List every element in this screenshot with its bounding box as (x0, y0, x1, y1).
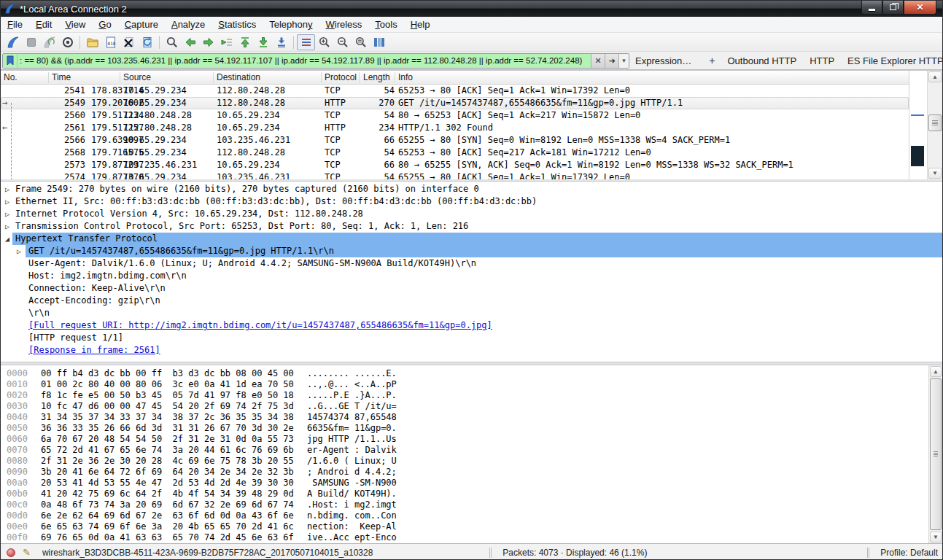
menu-tools[interactable]: Tools (368, 18, 403, 31)
hex-row-0010[interactable]: 001001 00 2c 80 40 00 80 06 3c e0 0a 41 … (1, 379, 942, 390)
filter-shortcut-outbound-http[interactable]: Outbound HTTP (721, 55, 804, 66)
capture-options-icon[interactable] (58, 34, 77, 50)
detail-row-10[interactable]: \r\n (1, 307, 942, 319)
column-header-source[interactable]: Source (123, 72, 151, 82)
hex-row-0070[interactable]: 007065 72 2d 41 67 65 6e 74 3a 20 44 61 … (1, 445, 942, 456)
find-packet-icon[interactable] (163, 34, 181, 50)
restore-button[interactable] (882, 1, 904, 15)
hex-row-00e0[interactable]: 00e06e 65 63 74 69 6f 6e 3a 20 4b 65 65 … (1, 521, 942, 532)
detail-row-4[interactable]: ◢Hypertext Transfer Protocol (1, 233, 942, 245)
menu-go[interactable]: Go (92, 18, 117, 31)
column-header-protocol[interactable]: Protocol (325, 72, 357, 82)
filter-clear-icon[interactable]: ✕ (591, 53, 605, 69)
expert-info-icon[interactable] (7, 548, 15, 557)
go-back-icon[interactable] (181, 34, 199, 50)
expand-icon[interactable]: ▷ (5, 208, 9, 220)
go-forward-icon[interactable] (199, 34, 217, 50)
zoom-in-icon[interactable] (315, 34, 333, 50)
menu-view[interactable]: View (58, 18, 92, 31)
menu-statistics[interactable]: Statistics (212, 18, 263, 31)
save-file-icon[interactable]: 010 (101, 34, 120, 50)
hex-row-0020[interactable]: 0020f8 1c fe e5 00 50 b3 45 05 7d 41 97 … (1, 390, 942, 401)
detail-row-1[interactable]: ▷Ethernet II, Src: 00:ff:b3:d3:dc:bb (00… (1, 195, 942, 208)
packet-row-2574[interactable]: 2574179.87737010.65.29.234103.235.46.231… (1, 171, 909, 179)
hex-row-00d0[interactable]: 00d06e 2e 62 64 69 6d 67 2e 63 6f 6d 0d … (1, 510, 942, 521)
expression-button[interactable]: Expression… (635, 55, 691, 66)
scroll-down-icon[interactable]: ▼ (928, 168, 942, 179)
column-separator[interactable] (395, 72, 395, 83)
expand-icon[interactable]: ▷ (5, 183, 9, 195)
bytes-scrollbar[interactable]: ▲ ▼ (928, 365, 942, 543)
detail-row-0[interactable]: ▷Frame 2549: 270 bytes on wire (2160 bit… (1, 183, 942, 195)
detail-row-11[interactable]: [Full request URI: http://img2.imgtn.bdi… (1, 319, 942, 332)
filter-history-dropdown-icon[interactable]: ▼ (618, 53, 629, 69)
column-separator[interactable] (213, 72, 214, 83)
hex-row-0030[interactable]: 003010 fc 47 d6 00 00 47 45 54 20 2f 69 … (1, 401, 942, 412)
column-header-length[interactable]: Length (363, 72, 390, 82)
zoom-out-icon[interactable] (333, 34, 352, 50)
bytes-scroll-up-icon[interactable]: ▲ (930, 366, 942, 377)
packet-row-2573[interactable]: 2573179.877297103.235.46.23110.65.29.234… (1, 159, 909, 171)
hex-row-0090[interactable]: 00903b 20 41 6e 64 72 6f 69 64 20 34 2e … (1, 467, 942, 478)
detail-link[interactable]: [Full request URI: http://img2.imgtn.bdi… (28, 319, 492, 332)
menu-edit[interactable]: Edit (29, 18, 58, 31)
menu-help[interactable]: Help (404, 18, 437, 31)
hex-row-0040[interactable]: 004031 34 35 37 34 33 37 34 38 37 2c 36 … (1, 412, 942, 423)
detail-row-12[interactable]: [HTTP request 1/1] (1, 332, 942, 344)
filter-add-button[interactable]: + (703, 55, 721, 66)
auto-scroll-icon[interactable] (272, 34, 290, 50)
detail-row-2[interactable]: ▷Internet Protocol Version 4, Src: 10.65… (1, 208, 942, 220)
menu-wireless[interactable]: Wireless (319, 18, 369, 31)
minimize-button[interactable] (861, 1, 882, 15)
menu-telephony[interactable]: Telephony (263, 18, 319, 31)
capture-comment-icon[interactable]: ✎ (23, 547, 31, 558)
packet-row-2568[interactable]: 2568179.71657510.65.29.234112.80.248.28T… (1, 147, 909, 159)
expand-icon[interactable]: ▷ (17, 245, 21, 257)
hex-row-00a0[interactable]: 00a020 53 41 4d 53 55 4e 47 2d 53 4d 2d … (1, 478, 942, 489)
packet-row-2541[interactable]: 2541178.83771410.65.29.234112.80.248.28T… (1, 85, 909, 97)
expand-icon[interactable]: ▷ (5, 195, 9, 208)
restart-capture-icon[interactable] (40, 34, 58, 50)
column-separator[interactable] (321, 72, 322, 83)
close-button[interactable]: ✕ (904, 1, 936, 15)
stop-capture-icon[interactable] (22, 34, 40, 50)
bytes-scroll-thumb[interactable] (930, 378, 942, 530)
packet-row-2560[interactable]: 2560179.517234112.80.248.2810.65.29.234T… (1, 109, 909, 122)
hex-row-00f0[interactable]: 00f069 76 65 0d 0a 41 63 63 65 70 74 2d … (1, 532, 942, 543)
column-header-time[interactable]: Time (52, 72, 71, 82)
scroll-up-icon[interactable]: ▲ (928, 71, 942, 82)
packet-list-scrollbar[interactable]: ▲ ▼ (927, 71, 942, 179)
detail-row-9[interactable]: Accept-Encoding: gzip\r\n (1, 295, 942, 307)
zoom-original-icon[interactable] (352, 34, 370, 50)
titlebar[interactable]: *Local Area Connection 2 ✕ (1, 1, 942, 17)
hex-row-0050[interactable]: 005036 36 33 35 26 66 6d 3d 31 31 26 67 … (1, 423, 942, 434)
bytes-scroll-down-icon[interactable]: ▼ (930, 532, 942, 542)
collapse-icon[interactable]: ◢ (5, 233, 9, 245)
detail-row-7[interactable]: Host: img2.imgtn.bdimg.com\r\n (1, 270, 942, 282)
hex-row-0000[interactable]: 000000 ff b4 d3 dc bb 00 ff b3 d3 dc bb … (1, 368, 942, 379)
go-to-packet-icon[interactable] (217, 34, 236, 50)
hex-row-0060[interactable]: 00606a 70 67 20 48 54 54 50 2f 31 2e 31 … (1, 434, 942, 445)
column-separator[interactable] (359, 72, 360, 83)
hex-row-0080[interactable]: 00802f 31 2e 36 2e 30 20 28 4c 69 6e 75 … (1, 456, 942, 467)
go-last-icon[interactable] (254, 34, 272, 50)
menu-capture[interactable]: Capture (118, 18, 165, 31)
hex-row-00b0[interactable]: 00b041 20 42 75 69 6c 64 2f 4b 4f 54 34 … (1, 489, 942, 499)
display-filter-input[interactable]: : == 80) && (ip.addr == 103.235.46.231 |… (18, 54, 591, 68)
column-separator[interactable] (48, 72, 49, 83)
packet-row-2566[interactable]: 2566179.63909710.65.29.234103.235.46.231… (1, 134, 909, 147)
column-header-destination[interactable]: Destination (217, 72, 260, 82)
column-header-info[interactable]: Info (398, 72, 413, 82)
packet-list-scroll-thumb[interactable] (928, 114, 942, 131)
hex-row-00c0[interactable]: 00c00a 48 6f 73 74 3a 20 69 6d 67 32 2e … (1, 499, 942, 510)
filter-apply-icon[interactable]: ➜ (605, 53, 618, 69)
open-file-icon[interactable] (83, 34, 101, 50)
resize-columns-icon[interactable] (370, 34, 388, 50)
colorize-icon[interactable] (297, 34, 315, 50)
go-first-icon[interactable] (236, 34, 254, 50)
column-separator[interactable] (120, 72, 120, 83)
start-capture-icon[interactable] (4, 34, 22, 50)
menu-analyze[interactable]: Analyze (165, 18, 212, 31)
close-file-icon[interactable] (120, 34, 138, 50)
detail-row-3[interactable]: ▷Transmission Control Protocol, Src Port… (1, 220, 942, 233)
